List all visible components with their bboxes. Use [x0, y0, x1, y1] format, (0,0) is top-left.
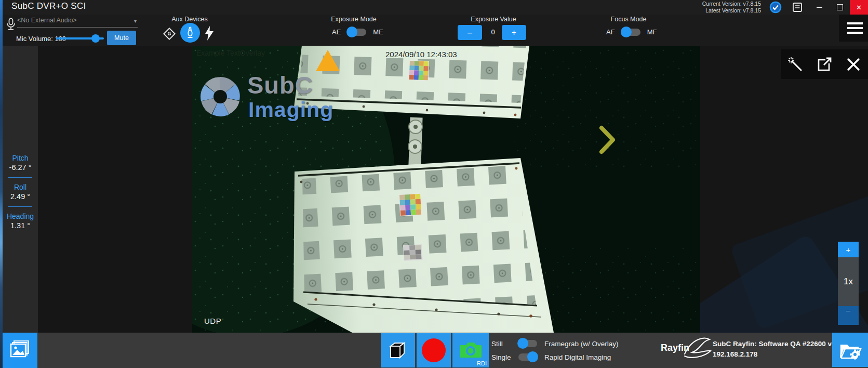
- aux-devices-group: [158, 23, 226, 45]
- version-info: Current Version: v7.8.15 Latest Version:…: [702, 1, 761, 14]
- heading-label: Heading: [3, 212, 38, 220]
- telemetry-sidebar: Pitch -6.27 ° Roll 2.49 ° Heading 1.31 °: [3, 46, 38, 333]
- stream-protocol-label: UDP: [204, 317, 221, 325]
- audio-device-select[interactable]: <No External Audio> ▾: [17, 17, 138, 28]
- divider: [8, 206, 32, 207]
- minimize-button[interactable]: [809, 0, 829, 15]
- record-button[interactable]: [417, 333, 451, 367]
- menu-button[interactable]: [839, 15, 868, 42]
- exposure-me-label: ME: [373, 28, 383, 36]
- controls-bar: <No External Audio> ▾ Mic Volume: 100 Mu…: [3, 15, 868, 46]
- zoom-control: + 1x –: [838, 242, 859, 325]
- lamp-device-button[interactable]: [180, 23, 200, 43]
- audio-device-value: <No External Audio>: [17, 17, 77, 24]
- main-area: Pitch -6.27 ° Roll 2.49 ° Heading 1.31 °: [3, 46, 868, 333]
- exposure-mode-toggle[interactable]: [348, 29, 366, 36]
- focus-mode-label: Focus Mode: [592, 16, 665, 23]
- exposure-value-label: Exposure Value: [457, 16, 530, 23]
- microphone-icon: [5, 18, 17, 31]
- close-icon: ✕: [856, 4, 862, 11]
- mic-volume-slider[interactable]: [56, 37, 104, 40]
- rayfin-logo-icon: [684, 335, 712, 360]
- folder-gear-icon: [839, 339, 862, 360]
- heading-value: 1.31 °: [3, 221, 38, 230]
- video-text-overlay: Example TextOverlay: [196, 49, 265, 57]
- device-info: SubC Rayfin: Software QA #22600 v4.... 1…: [713, 339, 844, 360]
- minimize-icon: [817, 7, 822, 8]
- app-window: SubC DVR+O SCI Current Version: v7.8.15 …: [0, 0, 868, 368]
- enhance-wand-icon[interactable]: [787, 57, 803, 72]
- zoom-out-button[interactable]: –: [838, 306, 859, 325]
- video-feed[interactable]: Example TextOverlay 2024/09/10 12:43:03: [192, 46, 700, 333]
- latest-version: Latest Version: v7.8.15: [702, 7, 761, 14]
- toggle-knob: [346, 27, 357, 37]
- laser-device-icon[interactable]: [163, 27, 176, 41]
- mute-button[interactable]: Mute: [107, 31, 136, 45]
- rapid-imaging-label: Rapid Digital Imaging: [544, 353, 611, 361]
- watermark-imaging: Imaging: [248, 98, 333, 122]
- laser-chevron-marker: [598, 125, 617, 155]
- watermark-subc: SubC: [247, 71, 313, 99]
- exposure-value: 0: [485, 28, 501, 36]
- lamp-icon: [185, 27, 195, 39]
- focus-af-label: AF: [606, 28, 615, 36]
- exposure-plus-button[interactable]: +: [502, 25, 526, 40]
- cube-icon: [386, 339, 409, 362]
- pitch-value: -6.27 °: [3, 163, 38, 172]
- still-label: Still: [491, 340, 518, 348]
- rdi-capture-button[interactable]: RDI: [452, 333, 489, 367]
- toggle-knob: [621, 27, 632, 37]
- rapid-imaging-toggle[interactable]: [518, 353, 537, 361]
- zoom-level: 1x: [838, 257, 859, 306]
- maximize-button[interactable]: [830, 0, 850, 15]
- focus-mode-toggle[interactable]: [622, 29, 640, 36]
- record-icon: [422, 338, 446, 362]
- current-version: Current Version: v7.8.15: [702, 1, 761, 7]
- rdi-badge: RDI: [477, 360, 487, 366]
- subc-watermark: SubC Imaging: [198, 69, 385, 152]
- taskbar-edge-strip: [0, 0, 3, 368]
- camera-icon: [459, 341, 483, 360]
- 3d-mode-button[interactable]: [381, 333, 415, 367]
- device-ip: 192.168.2.178: [713, 349, 844, 360]
- capture-toggles: Still Framegrab (w/ Overlay) Single Rapi…: [491, 337, 619, 364]
- chevron-down-icon: ▾: [134, 18, 137, 24]
- update-check-icon: [769, 1, 782, 14]
- hamburger-icon: [847, 22, 863, 24]
- file-settings-button[interactable]: [832, 333, 868, 367]
- exposure-mode-label: Exposure Mode: [317, 16, 390, 23]
- exposure-ae-label: AE: [332, 28, 341, 36]
- framegrab-label: Framegrab (w/ Overlay): [544, 340, 619, 348]
- video-timestamp: 2024/09/10 12:43:03: [385, 50, 457, 59]
- aux-devices-label: Aux Devices: [153, 16, 226, 23]
- slider-knob[interactable]: [91, 34, 100, 43]
- device-name: SubC Rayfin: Software QA #22600 v4....: [713, 339, 844, 349]
- framegrab-toggle[interactable]: [518, 340, 537, 347]
- zoom-in-button[interactable]: +: [838, 242, 859, 257]
- popout-window-icon[interactable]: [817, 57, 832, 72]
- close-feed-icon[interactable]: [846, 57, 861, 72]
- pitch-label: Pitch: [3, 154, 38, 162]
- close-button[interactable]: ✕: [850, 0, 868, 15]
- exposure-minus-button[interactable]: –: [458, 25, 482, 40]
- maximize-icon: [837, 4, 843, 10]
- focus-mf-label: MF: [647, 28, 657, 36]
- single-label: Single: [491, 353, 518, 361]
- gallery-icon: [9, 340, 31, 361]
- bottom-bar: RDI Still Framegrab (w/ Overlay) Single …: [0, 333, 868, 368]
- strobe-icon[interactable]: [204, 26, 215, 41]
- roll-value: 2.49 °: [3, 192, 38, 201]
- manual-icon[interactable]: [792, 2, 803, 12]
- video-tools-panel: [781, 49, 868, 79]
- title-bar: SubC DVR+O SCI Current Version: v7.8.15 …: [0, 0, 868, 15]
- telemetry-readouts: Pitch -6.27 ° Roll 2.49 ° Heading 1.31 °: [3, 149, 38, 230]
- app-title: SubC DVR+O SCI: [11, 1, 86, 11]
- divider: [8, 177, 32, 178]
- warning-triangle-icon: [316, 50, 340, 71]
- roll-label: Roll: [3, 183, 38, 191]
- aperture-logo-icon: [198, 75, 242, 119]
- media-gallery-button[interactable]: [2, 333, 37, 368]
